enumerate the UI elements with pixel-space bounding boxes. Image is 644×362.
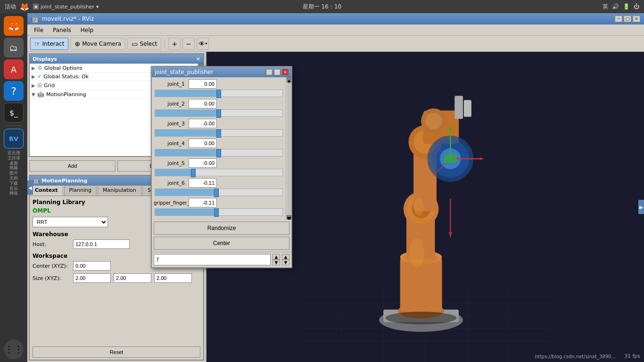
gripper-fill xyxy=(155,209,216,215)
toolbar-separator-1 xyxy=(165,39,165,49)
window-icon: ▣ xyxy=(33,4,39,9)
window-dropdown-icon[interactable]: ▾ xyxy=(96,4,99,10)
size-y-input[interactable] xyxy=(114,273,151,283)
joint-6-value[interactable] xyxy=(189,178,217,188)
rviz-app-icon: 🤖 xyxy=(31,15,39,23)
displays-panel-close[interactable]: ✕ xyxy=(196,56,200,62)
tab-manipulation[interactable]: Manipulation xyxy=(98,185,141,196)
joint-1-track xyxy=(155,90,283,97)
reset-button[interactable]: Reset xyxy=(33,346,200,358)
jsp-spin-up[interactable]: ▲ xyxy=(272,254,280,260)
dock-firefox[interactable]: 🦊 xyxy=(4,16,24,36)
randomize-button[interactable]: Randomize xyxy=(154,222,289,235)
jsp-spinbox[interactable] xyxy=(154,254,271,265)
language-indicator[interactable]: 英 xyxy=(603,3,608,11)
joint-5-thumb[interactable] xyxy=(191,169,196,177)
joint-5-fill xyxy=(155,169,193,176)
size-x-input[interactable] xyxy=(73,273,111,283)
joint-3-fill xyxy=(155,130,219,136)
dock-terminal[interactable]: $_ xyxy=(4,103,24,123)
planner-select[interactable]: RRT xyxy=(33,217,108,227)
select-button[interactable]: ▭ Select xyxy=(127,38,161,50)
gripper-thumb[interactable] xyxy=(214,208,219,217)
dock-labels: 近近便 主目录 桌面 视频 图片 文档 下载 音乐 网络 xyxy=(8,150,20,196)
tab-context[interactable]: Context xyxy=(30,185,63,196)
add-tool-button[interactable]: + xyxy=(168,38,181,50)
joint-3-track xyxy=(155,129,283,137)
joint-5-label: joint_5 xyxy=(154,160,187,166)
dock-separator xyxy=(5,125,22,126)
power-icon[interactable]: ⏻ xyxy=(634,3,639,10)
svg-point-35 xyxy=(425,113,442,130)
center-button[interactable]: Center xyxy=(154,237,289,250)
expand-icon: ▶ xyxy=(32,66,37,71)
jsp-close-button[interactable]: ✕ xyxy=(282,69,289,75)
motion-panel-icon: 🤖 xyxy=(33,177,40,184)
jsp-maximize-button[interactable]: □ xyxy=(274,69,281,75)
rviz-close-button[interactable]: ✕ xyxy=(633,16,640,22)
dock-apps-grid[interactable]: ⋮⋮ xyxy=(4,339,24,359)
joint-3-thumb[interactable] xyxy=(216,129,221,138)
jsp-titlebar: joint_state_publisher ─ □ ✕ xyxy=(152,67,291,77)
joint-1-fill xyxy=(155,90,219,97)
joint-state-publisher-dialog: joint_state_publisher ─ □ ✕ joint_1 join… xyxy=(151,66,292,268)
dock-files[interactable]: 🗂 xyxy=(4,38,24,58)
size-row: Size (XYZ): xyxy=(33,273,200,283)
joint-4-thumb[interactable] xyxy=(216,149,221,157)
joint-5-value[interactable] xyxy=(189,158,217,168)
tab-planning[interactable]: Planning xyxy=(64,185,97,196)
dock-help[interactable]: ? xyxy=(4,81,24,101)
joint-4-value[interactable] xyxy=(189,139,217,148)
system-bar-right: 英 🔊 🔋 ⏻ xyxy=(603,3,639,11)
displays-panel-title: Displays xyxy=(33,56,57,62)
jsp-titlebar-buttons: ─ □ ✕ xyxy=(266,69,289,75)
svg-rect-36 xyxy=(454,96,463,119)
joint-5-slider-row xyxy=(154,169,284,178)
jsp-scrollbar[interactable]: ▲ ▼ xyxy=(286,77,291,220)
interact-button[interactable]: ☞ Interact xyxy=(30,38,68,50)
jsp-spin2-down[interactable]: ▼ xyxy=(282,260,289,265)
jsp-scroll-down[interactable]: ▼ xyxy=(287,215,291,220)
joint-2-value[interactable] xyxy=(189,99,217,108)
svg-rect-33 xyxy=(444,155,457,163)
gripper-value[interactable] xyxy=(189,198,217,207)
joint-3-value[interactable] xyxy=(189,119,217,128)
joint-2-thumb[interactable] xyxy=(216,109,221,118)
rviz-maximize-button[interactable]: □ xyxy=(624,16,631,22)
joint-5-track xyxy=(155,169,283,176)
host-input[interactable] xyxy=(73,239,130,249)
joint-6-thumb[interactable] xyxy=(214,189,219,197)
joint-row-gripper: gripper_finger_joint xyxy=(154,198,284,207)
joint-2-track xyxy=(155,109,283,117)
joint-1-value[interactable] xyxy=(189,79,217,89)
add-button[interactable]: Add xyxy=(29,160,116,172)
jsp-spin-down[interactable]: ▼ xyxy=(272,260,280,265)
firefox-icon: 🦊 xyxy=(20,2,29,11)
rviz-minimize-button[interactable]: ─ xyxy=(615,16,622,22)
volume-icon[interactable]: 🔊 xyxy=(612,3,619,10)
jsp-scroll-up[interactable]: ▲ xyxy=(287,77,291,82)
dock-software-center[interactable]: A xyxy=(4,59,24,79)
center-input[interactable] xyxy=(73,261,111,271)
viewport-expand-arrow[interactable]: ▶ xyxy=(638,200,644,214)
menu-panels[interactable]: Panels xyxy=(49,26,75,34)
menu-help[interactable]: Help xyxy=(77,26,97,34)
tool-options-button[interactable]: 👁▾ xyxy=(197,38,209,50)
size-z-input[interactable] xyxy=(154,273,192,283)
gear-icon: ⚙ xyxy=(37,65,42,71)
interact-icon: ☞ xyxy=(34,40,41,48)
move-camera-button[interactable]: ⊕ Move Camera xyxy=(70,38,125,50)
jsp-spin2-up[interactable]: ▲ xyxy=(282,254,289,260)
remove-tool-button[interactable]: − xyxy=(182,38,195,50)
panel-collapse-arrow[interactable]: ◀ xyxy=(27,181,33,195)
joint-4-track xyxy=(155,149,283,156)
toolbar: ☞ Interact ⊕ Move Camera ▭ Select + − 👁▾ xyxy=(27,36,644,52)
dock-rviz[interactable]: RV xyxy=(4,129,24,148)
menubar: File Panels Help xyxy=(27,25,644,36)
jsp-minimize-button[interactable]: ─ xyxy=(266,69,272,75)
menu-file[interactable]: File xyxy=(30,26,47,34)
joint-1-thumb[interactable] xyxy=(216,90,221,98)
svg-point-39 xyxy=(414,198,424,215)
battery-icon[interactable]: 🔋 xyxy=(623,3,630,10)
activities-label[interactable]: 活动 xyxy=(5,3,16,11)
